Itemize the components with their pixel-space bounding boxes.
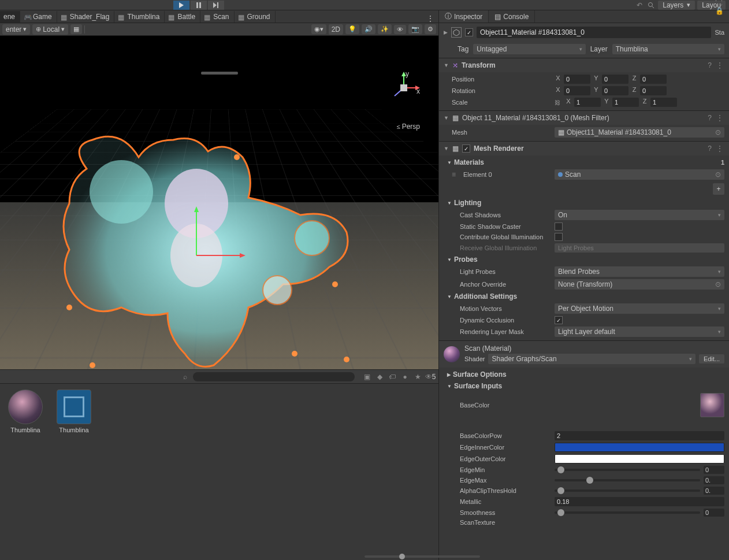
edit-shader-button[interactable]: Edit... — [699, 354, 724, 364]
metallic-input[interactable] — [555, 497, 724, 506]
scale-z-input[interactable] — [650, 98, 677, 107]
edgemin-slider[interactable] — [555, 469, 700, 471]
layermask-dropdown[interactable]: Light Layer default — [555, 327, 724, 337]
asset-material-thumblina[interactable]: Thumblina — [6, 390, 45, 433]
mesh-reference-field[interactable]: ▦Object11_Material #184313081_0⊙ — [555, 127, 724, 138]
gi-checkbox[interactable] — [555, 233, 563, 241]
scale-x-input[interactable] — [574, 98, 601, 107]
material-reference-field[interactable]: Scan⊙ — [555, 169, 724, 180]
pos-y-input[interactable] — [602, 75, 628, 84]
filter-type-icon[interactable]: ◆ — [375, 372, 384, 381]
smoothness-value[interactable]: 0 — [704, 509, 724, 517]
layer-dropdown[interactable]: Thumblina — [612, 44, 724, 54]
pos-z-input[interactable] — [640, 75, 667, 84]
static-shadow-checkbox[interactable] — [555, 222, 563, 231]
hidden-toggle[interactable]: 👁 — [394, 25, 406, 34]
edgeouter-color-field[interactable] — [555, 454, 724, 463]
probes-foldout[interactable]: ▼Probes — [439, 254, 729, 265]
object-picker-icon[interactable]: ⊙ — [715, 280, 721, 288]
lighting-foldout[interactable]: ▼Lighting — [439, 197, 729, 209]
scale-y-input[interactable] — [612, 98, 639, 107]
edgemin-value[interactable]: 0 — [704, 466, 724, 474]
cast-shadows-dropdown[interactable]: On — [555, 210, 724, 220]
tab-ground[interactable]: ▦Ground — [235, 11, 276, 23]
alphaclip-value[interactable]: 0. — [704, 487, 724, 495]
occlusion-checkbox[interactable] — [555, 316, 563, 324]
asset-prefab-thumblina[interactable]: Thumblina — [54, 390, 94, 433]
motion-dropdown[interactable]: Per Object Motion — [555, 303, 724, 314]
object-picker-icon[interactable]: ⊙ — [715, 128, 721, 136]
tab-scan[interactable]: ▦Scan — [200, 11, 234, 23]
surface-options-foldout[interactable]: ▶Surface Options — [439, 369, 729, 380]
fx-toggle[interactable]: ✨ — [378, 24, 392, 34]
mesh-filter-header[interactable]: ▼▦ Object 11_Material #184313081_0 (Mesh… — [439, 111, 729, 125]
link-icon[interactable]: ⛓ — [555, 99, 560, 106]
undo-icon[interactable]: ↶ — [635, 1, 644, 10]
overlay-handle[interactable] — [201, 72, 238, 75]
rot-y-input[interactable] — [602, 86, 628, 95]
audio-toggle[interactable]: 🔊 — [362, 24, 375, 34]
maximize-icon[interactable]: ⛶ 🔒 — [715, 2, 724, 12]
log-icon[interactable]: ● — [400, 372, 410, 381]
object-name-input[interactable] — [477, 27, 711, 38]
smoothness-slider[interactable] — [555, 511, 700, 514]
orientation-gizmo[interactable]: yx — [386, 71, 421, 105]
hidden-count-icon[interactable]: 👁5 — [426, 372, 435, 381]
alphaclip-slider[interactable] — [555, 489, 700, 492]
grid-toggle[interactable]: ▦ — [70, 24, 82, 34]
tag-dropdown[interactable]: Untagged — [473, 44, 585, 54]
anchor-reference-field[interactable]: None (Transform)⊙ — [555, 279, 724, 290]
edgemax-value[interactable]: 0. — [704, 476, 724, 484]
camera-button[interactable]: 📷 — [408, 24, 422, 34]
light-probes-dropdown[interactable]: Blend Probes — [555, 266, 724, 277]
step-button[interactable] — [208, 1, 224, 10]
menu-icon[interactable]: ⋮ — [715, 113, 724, 123]
tab-shader-flag[interactable]: ▦Shader_Flag — [57, 11, 115, 23]
tool-handle-button[interactable]: enter▾ — [2, 24, 30, 35]
tab-overflow-menu[interactable]: ⋮ — [422, 14, 438, 23]
menu-icon[interactable]: ⋮ — [715, 144, 724, 153]
transform-header[interactable]: ▼⤨ Transform ?⋮ — [439, 58, 729, 72]
materials-foldout[interactable]: ▼Materials1 — [439, 157, 729, 168]
filter-icon[interactable]: ▣ — [362, 372, 371, 381]
material-header[interactable]: Scan (Material) Shader Shader Graphs/Sca… — [439, 341, 729, 368]
layers-dropdown[interactable]: Layers▾ — [658, 1, 695, 10]
search-icon[interactable] — [646, 1, 656, 10]
play-button[interactable] — [173, 1, 189, 10]
help-icon[interactable]: ? — [708, 144, 712, 153]
help-icon[interactable]: ? — [708, 61, 712, 69]
rot-x-input[interactable] — [564, 86, 590, 95]
surface-inputs-foldout[interactable]: ▼Surface Inputs — [439, 380, 729, 392]
basecolor-texture-slot[interactable] — [700, 393, 724, 417]
tab-game[interactable]: 🎮Game — [20, 11, 57, 23]
projection-label[interactable]: ≤ Persp — [397, 123, 420, 131]
edgemax-slider[interactable] — [555, 479, 700, 481]
debug-draw-button[interactable]: ◉▾ — [311, 24, 326, 34]
lighting-toggle[interactable]: 💡 — [345, 24, 359, 34]
scene-viewport[interactable]: yx ≤ Persp — [0, 36, 438, 369]
star-icon[interactable]: ★ — [413, 372, 422, 381]
tab-battle[interactable]: ▦Battle — [165, 11, 200, 23]
drag-handle-icon[interactable]: ≡ — [452, 170, 459, 179]
pos-x-input[interactable] — [564, 75, 590, 84]
project-search-input[interactable] — [193, 372, 355, 381]
edgeinner-color-field[interactable] — [555, 443, 724, 452]
pivot-mode-button[interactable]: ⊕Local▾ — [32, 24, 68, 35]
basecolorpow-input[interactable] — [555, 431, 724, 440]
2d-toggle[interactable]: 2D — [329, 24, 343, 35]
help-icon[interactable]: ? — [708, 114, 712, 122]
renderer-enabled-checkbox[interactable] — [462, 144, 470, 153]
tab-inspector[interactable]: ⓘInspector — [439, 10, 489, 23]
rot-z-input[interactable] — [640, 86, 667, 95]
gizmos-button[interactable]: ⚙ — [425, 24, 436, 34]
tab-thumblina[interactable]: ▦Thumblina — [114, 11, 165, 23]
tab-scene[interactable]: ene — [0, 11, 20, 23]
additional-foldout[interactable]: ▼Additional Settings — [439, 291, 729, 302]
fold-icon[interactable]: ▶ — [444, 29, 448, 35]
label-icon[interactable]: 🏷 — [388, 372, 397, 381]
pause-button[interactable] — [191, 1, 207, 10]
thumbnail-size-slider[interactable] — [364, 555, 480, 558]
mesh-renderer-header[interactable]: ▼▦ Mesh Renderer ?⋮ — [439, 142, 729, 155]
add-material-button[interactable]: + — [713, 183, 724, 195]
enabled-checkbox[interactable] — [465, 28, 473, 36]
